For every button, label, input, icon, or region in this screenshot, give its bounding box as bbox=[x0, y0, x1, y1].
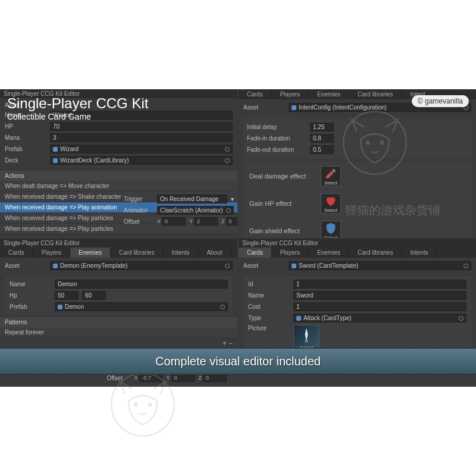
window-title: Single-Player CCG Kit Editor bbox=[0, 89, 237, 98]
sword-icon bbox=[324, 167, 337, 180]
remove-button[interactable]: − bbox=[228, 339, 233, 347]
tab-libraries[interactable]: Card libraries bbox=[111, 248, 163, 258]
offset-x[interactable]: 0 bbox=[162, 217, 186, 226]
tab-intents[interactable]: Intents bbox=[402, 248, 437, 258]
panel-intent: Cards Players Enemies Card libraries Int… bbox=[239, 89, 476, 237]
offset-z[interactable]: 0 bbox=[203, 374, 227, 382]
tab-enemies[interactable]: Enemies bbox=[309, 248, 349, 258]
tab-cards[interactable]: Cards bbox=[0, 248, 33, 258]
tab-players[interactable]: Players bbox=[272, 248, 309, 258]
fadeout-field[interactable]: 0.5 bbox=[310, 145, 334, 154]
shield-effect-slot[interactable]: Select bbox=[321, 221, 341, 237]
editor-grid: Single-Player CCG Kit Editor Asset NameW… bbox=[0, 89, 476, 387]
object-picker-icon[interactable] bbox=[464, 264, 468, 268]
type-field[interactable]: Attack (CardType) bbox=[293, 314, 466, 322]
shield-icon bbox=[324, 222, 337, 235]
asset-field[interactable]: Sword (CardTemplate) bbox=[289, 261, 471, 270]
object-picker-icon[interactable] bbox=[225, 264, 230, 268]
object-picker-icon[interactable] bbox=[225, 147, 230, 152]
type-icon bbox=[296, 316, 301, 321]
asset-icon bbox=[292, 264, 296, 268]
fadein-field[interactable]: 0.8 bbox=[310, 134, 334, 143]
svg-point-5 bbox=[148, 402, 152, 406]
tab-libraries[interactable]: Card libraries bbox=[349, 248, 402, 258]
hp-min-field[interactable]: 50 bbox=[55, 291, 79, 300]
chevron-down-icon: ▾ bbox=[231, 196, 234, 202]
id-field[interactable]: 1 bbox=[293, 280, 466, 289]
prefab-field[interactable]: Demon bbox=[55, 302, 228, 311]
name-field[interactable]: Wizard bbox=[50, 111, 233, 120]
animator-field[interactable]: ClawScratch (Animator) bbox=[157, 206, 234, 215]
offset-z[interactable]: 0 bbox=[226, 217, 237, 226]
tab-libraries[interactable]: Card libraries bbox=[349, 89, 402, 99]
object-picker-icon[interactable] bbox=[459, 316, 464, 321]
deck-field[interactable]: WizardDeck (CardLibrary) bbox=[50, 156, 233, 165]
object-picker-icon[interactable] bbox=[226, 208, 231, 213]
trigger-dropdown[interactable]: On Received Damage bbox=[157, 195, 227, 203]
tab-enemies[interactable]: Enemies bbox=[309, 89, 349, 99]
tab-cards[interactable]: Cards bbox=[239, 248, 272, 258]
tabs: Cards Players Enemies Card libraries Int… bbox=[0, 248, 237, 258]
tab-about[interactable]: About bbox=[198, 248, 231, 258]
sword-icon bbox=[298, 327, 315, 345]
actions-header: Actions bbox=[0, 171, 237, 181]
offset-y[interactable]: 2 bbox=[194, 217, 218, 226]
asset-label: Asset bbox=[5, 102, 46, 108]
hp-max-field[interactable]: 60 bbox=[82, 291, 106, 300]
offset-y[interactable]: 0 bbox=[171, 374, 195, 382]
trigger-block: TriggerOn Received Damage▾ AnimatorClawS… bbox=[124, 193, 234, 227]
tabs: Cards Players Enemies Card libraries Int… bbox=[239, 248, 476, 258]
mana-field[interactable]: 3 bbox=[50, 133, 233, 142]
hp-effect-slot[interactable]: Select bbox=[321, 193, 341, 214]
asset-field[interactable]: Demon (EnemyTemplate) bbox=[50, 261, 233, 270]
heart-icon bbox=[324, 195, 337, 208]
object-picker-icon[interactable] bbox=[220, 305, 225, 309]
action-item[interactable]: When dealt damage => Move character bbox=[0, 181, 237, 192]
svg-point-4 bbox=[133, 402, 137, 406]
add-button[interactable]: + bbox=[223, 339, 227, 347]
add-button[interactable]: + bbox=[223, 236, 227, 237]
tab-players[interactable]: Players bbox=[33, 248, 70, 258]
hp-field[interactable]: 70 bbox=[50, 122, 233, 131]
name-field[interactable]: Demon bbox=[55, 280, 228, 289]
damage-effect-slot[interactable]: Select bbox=[321, 166, 341, 186]
copyright-badge: © gamevanilla bbox=[412, 95, 469, 107]
asset-icon bbox=[292, 105, 296, 110]
tab-enemies[interactable]: Enemies bbox=[70, 248, 111, 258]
prefab-field[interactable]: Wizard bbox=[50, 145, 233, 154]
tab-cards[interactable]: Cards bbox=[239, 89, 272, 99]
remove-button[interactable]: − bbox=[228, 236, 233, 237]
pattern-item[interactable]: Repeat forever bbox=[0, 327, 237, 338]
asset-icon bbox=[53, 264, 58, 268]
tab-intents[interactable]: Intents bbox=[163, 248, 198, 258]
deck-icon bbox=[53, 158, 58, 163]
patterns-header: Patterns bbox=[0, 317, 237, 327]
offset-x[interactable]: -0.7 bbox=[139, 374, 162, 382]
window-title: Single-Player CCG Kit Editor bbox=[239, 239, 476, 248]
initial-delay-field[interactable]: 1.25 bbox=[310, 123, 334, 131]
window-title: Single-Player CCG Kit Editor bbox=[0, 239, 237, 248]
cost-field[interactable]: 1 bbox=[293, 302, 466, 311]
tab-players[interactable]: Players bbox=[272, 89, 309, 99]
prefab-icon bbox=[53, 147, 58, 152]
name-field[interactable]: Sword bbox=[293, 291, 466, 300]
object-picker-icon[interactable] bbox=[225, 158, 230, 163]
prefab-icon bbox=[58, 305, 62, 309]
banner: Complete visual editor included bbox=[0, 347, 476, 375]
panel-wizard: Single-Player CCG Kit Editor Asset NameW… bbox=[0, 89, 237, 237]
